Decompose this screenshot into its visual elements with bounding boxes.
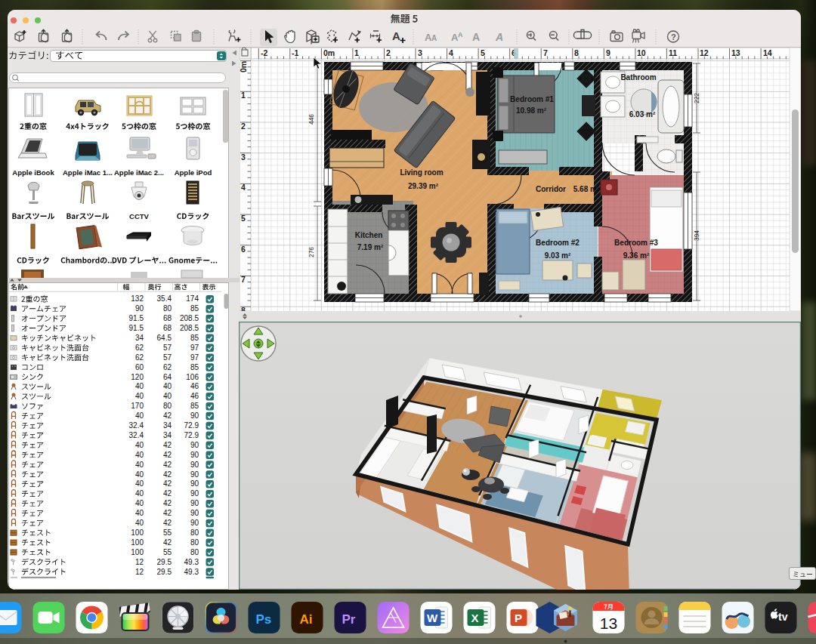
svg-text:2: 2: [386, 48, 391, 57]
svg-text:A: A: [472, 31, 480, 43]
svg-text:?: ?: [671, 32, 676, 42]
svg-text:13: 13: [600, 615, 617, 632]
svg-text:-1: -1: [292, 48, 298, 57]
svg-text:9: 9: [606, 48, 610, 57]
svg-text:10: 10: [637, 48, 646, 57]
svg-text:4: 4: [241, 183, 246, 192]
svg-text:3: 3: [418, 48, 422, 57]
svg-text:Ai: Ai: [300, 612, 313, 627]
svg-text:6: 6: [241, 245, 246, 254]
svg-text:0m: 0m: [240, 61, 248, 72]
svg-text:8: 8: [574, 48, 579, 57]
svg-text:Ps: Ps: [256, 612, 272, 627]
svg-text:A: A: [495, 31, 503, 43]
svg-text:Pr: Pr: [342, 612, 356, 627]
svg-text:12: 12: [700, 48, 709, 57]
svg-text:7: 7: [241, 275, 246, 284]
svg-text:5: 5: [481, 48, 485, 57]
svg-text:0m: 0m: [323, 48, 335, 57]
svg-text:4: 4: [449, 48, 453, 57]
svg-text:394: 394: [693, 230, 700, 241]
svg-text:1: 1: [354, 48, 359, 57]
svg-text:P: P: [515, 612, 522, 624]
svg-text:tv: tv: [778, 611, 788, 623]
svg-text:13: 13: [731, 48, 740, 57]
svg-text:-2: -2: [261, 48, 267, 57]
svg-text:A: A: [431, 34, 437, 42]
svg-text:7: 7: [543, 48, 548, 57]
svg-text:A: A: [392, 29, 400, 42]
svg-text:3: 3: [241, 153, 246, 162]
svg-text:2: 2: [241, 122, 246, 131]
svg-text:11: 11: [669, 48, 677, 57]
svg-text:14: 14: [763, 48, 772, 57]
svg-text:1: 1: [241, 91, 246, 100]
svg-text:W: W: [427, 612, 438, 624]
svg-text:446: 446: [308, 114, 315, 125]
svg-text:X: X: [471, 612, 479, 624]
svg-text:276: 276: [308, 247, 315, 257]
svg-text:A: A: [458, 31, 463, 39]
svg-text:222: 222: [693, 93, 700, 103]
svg-text:5: 5: [241, 214, 246, 223]
